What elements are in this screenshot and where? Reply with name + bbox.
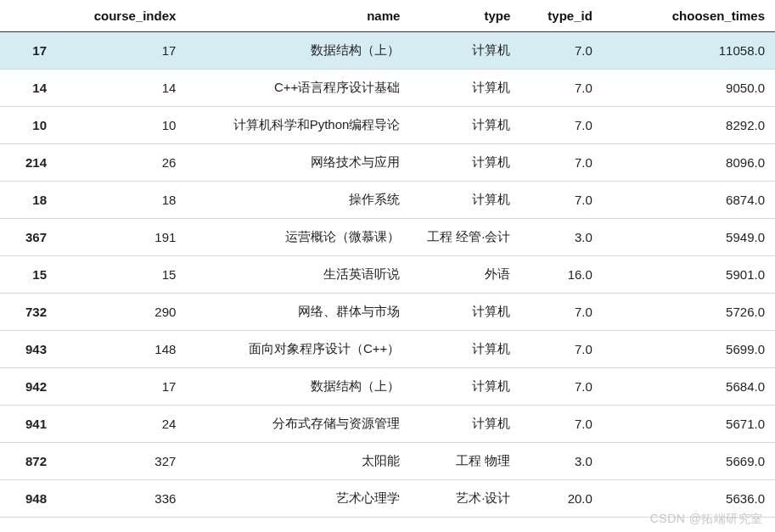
cell-name: 数据结构（上） [186, 32, 410, 70]
cell-type: 工程 经管·会计 [410, 219, 520, 256]
cell-course_index: 14 [57, 70, 186, 107]
cell-course_index: 10 [57, 107, 186, 144]
col-choosen-times: choosen_times [603, 0, 775, 32]
cell-type: 计算机 [410, 144, 520, 182]
cell-idx: 732 [0, 294, 57, 331]
cell-type: 计算机 [410, 368, 520, 406]
cell-idx: 10 [0, 107, 57, 144]
cell-idx: 941 [0, 406, 57, 443]
cell-choosen_times: 6874.0 [603, 182, 775, 219]
cell-type: 计算机 [410, 70, 520, 107]
cell-choosen_times: 8096.0 [603, 144, 775, 182]
table-row: 872327太阳能工程 物理3.05669.0 [0, 443, 775, 480]
cell-name: C++语言程序设计基础 [186, 70, 410, 107]
cell-course_index: 17 [57, 368, 186, 406]
cell-type_id: 7.0 [520, 70, 602, 107]
cell-name: 生活英语听说 [186, 256, 410, 294]
cell-choosen_times: 5699.0 [603, 331, 775, 368]
col-index [0, 0, 57, 32]
cell-course_index: 18 [57, 182, 186, 219]
cell-idx: 942 [0, 368, 57, 406]
cell-course_index: 336 [57, 480, 186, 518]
cell-type_id: 3.0 [520, 219, 602, 256]
cell-name: 数据结构（上） [186, 368, 410, 406]
cell-name: 计算机科学和Python编程导论 [186, 107, 410, 144]
cell-choosen_times: 5669.0 [603, 443, 775, 480]
cell-name: 面向对象程序设计（C++） [186, 331, 410, 368]
cell-type: 计算机 [410, 182, 520, 219]
cell-type: 外语 [410, 256, 520, 294]
cell-choosen_times: 5684.0 [603, 368, 775, 406]
cell-idx: 18 [0, 182, 57, 219]
cell-type: 计算机 [410, 406, 520, 443]
cell-course_index: 327 [57, 443, 186, 480]
cell-course_index: 17 [57, 32, 186, 70]
cell-type: 计算机 [410, 32, 520, 70]
table-row: 1010计算机科学和Python编程导论计算机7.08292.0 [0, 107, 775, 144]
cell-course_index: 15 [57, 256, 186, 294]
table-row: 21426网络技术与应用计算机7.08096.0 [0, 144, 775, 182]
cell-choosen_times: 8292.0 [603, 107, 775, 144]
cell-type_id: 7.0 [520, 368, 602, 406]
cell-type: 计算机 [410, 331, 520, 368]
cell-course_index: 191 [57, 219, 186, 256]
cell-type: 工程 物理 [410, 443, 520, 480]
cell-name: 分布式存储与资源管理 [186, 406, 410, 443]
cell-type: 计算机 [410, 294, 520, 331]
cell-type_id: 7.0 [520, 32, 602, 70]
cell-choosen_times: 5726.0 [603, 294, 775, 331]
cell-type: 计算机 [410, 107, 520, 144]
cell-idx: 948 [0, 480, 57, 518]
col-course-index: course_index [57, 0, 186, 32]
col-type-id: type_id [520, 0, 602, 32]
cell-idx: 15 [0, 256, 57, 294]
cell-name: 网络、群体与市场 [186, 294, 410, 331]
cell-idx: 14 [0, 70, 57, 107]
table-row: 732290网络、群体与市场计算机7.05726.0 [0, 294, 775, 331]
cell-idx: 367 [0, 219, 57, 256]
data-table: course_index name type type_id choosen_t… [0, 0, 775, 518]
cell-type_id: 20.0 [520, 480, 602, 518]
cell-choosen_times: 5949.0 [603, 219, 775, 256]
cell-type_id: 7.0 [520, 294, 602, 331]
cell-type: 艺术·设计 [410, 480, 520, 518]
cell-type_id: 7.0 [520, 144, 602, 182]
cell-type_id: 7.0 [520, 331, 602, 368]
cell-course_index: 148 [57, 331, 186, 368]
cell-name: 网络技术与应用 [186, 144, 410, 182]
table-header-row: course_index name type type_id choosen_t… [0, 0, 775, 32]
cell-name: 运营概论（微慕课） [186, 219, 410, 256]
cell-choosen_times: 9050.0 [603, 70, 775, 107]
table-row: 94124分布式存储与资源管理计算机7.05671.0 [0, 406, 775, 443]
cell-course_index: 290 [57, 294, 186, 331]
cell-choosen_times: 5901.0 [603, 256, 775, 294]
cell-type_id: 7.0 [520, 107, 602, 144]
cell-type_id: 3.0 [520, 443, 602, 480]
cell-name: 艺术心理学 [186, 480, 410, 518]
cell-choosen_times: 11058.0 [603, 32, 775, 70]
table-row: 94217数据结构（上）计算机7.05684.0 [0, 368, 775, 406]
cell-idx: 943 [0, 331, 57, 368]
table-row: 1717数据结构（上）计算机7.011058.0 [0, 32, 775, 70]
table-row: 1414C++语言程序设计基础计算机7.09050.0 [0, 70, 775, 107]
table-row: 948336艺术心理学艺术·设计20.05636.0 [0, 480, 775, 518]
cell-type_id: 16.0 [520, 256, 602, 294]
col-type: type [410, 0, 520, 32]
cell-choosen_times: 5636.0 [603, 480, 775, 518]
table-row: 1818操作系统计算机7.06874.0 [0, 182, 775, 219]
cell-name: 太阳能 [186, 443, 410, 480]
cell-idx: 214 [0, 144, 57, 182]
cell-type_id: 7.0 [520, 406, 602, 443]
cell-choosen_times: 5671.0 [603, 406, 775, 443]
cell-course_index: 24 [57, 406, 186, 443]
cell-name: 操作系统 [186, 182, 410, 219]
cell-type_id: 7.0 [520, 182, 602, 219]
table-row: 943148面向对象程序设计（C++）计算机7.05699.0 [0, 331, 775, 368]
col-name: name [186, 0, 410, 32]
table-row: 367191运营概论（微慕课）工程 经管·会计3.05949.0 [0, 219, 775, 256]
cell-idx: 872 [0, 443, 57, 480]
table-row: 1515生活英语听说外语16.05901.0 [0, 256, 775, 294]
cell-idx: 17 [0, 32, 57, 70]
cell-course_index: 26 [57, 144, 186, 182]
